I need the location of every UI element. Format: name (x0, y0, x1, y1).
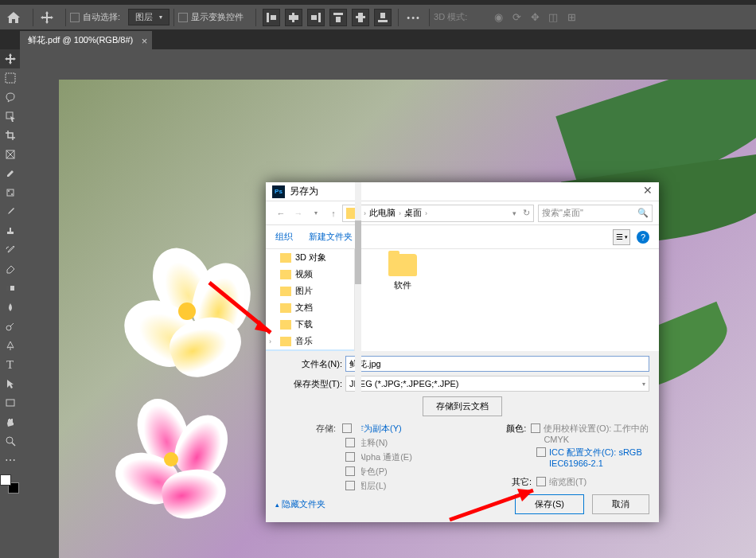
svg-rect-6 (333, 13, 343, 15)
filetype-select[interactable]: JPEG (*.JPG;*.JPEG;*.JPE)▾ (345, 376, 649, 392)
3d-slide-icon[interactable]: ◫ (546, 10, 560, 25)
sidebar-item-3d[interactable]: 3D 对象 (266, 249, 354, 266)
hide-folders-toggle[interactable]: 隐藏文件夹 (275, 498, 325, 510)
path-select-tool[interactable] (0, 374, 20, 393)
cloud-save-button[interactable]: 存储到云文档 (423, 396, 502, 416)
proof-checkbox[interactable] (531, 423, 540, 433)
dialog-toolbar: 组织 新建文件夹 ☰▾ ? (266, 225, 659, 249)
align-btn-4[interactable] (329, 9, 347, 26)
options-bar: 自动选择: 图层▾ 显示变换控件 ••• 3D 模式: ◉ ⟳ ✥ ◫ ⊞ (0, 5, 756, 30)
folder-icon (388, 254, 417, 276)
alpha-checkbox[interactable] (345, 452, 355, 462)
search-input[interactable]: 搜索"桌面" 🔍 (538, 205, 653, 222)
lasso-tool[interactable] (0, 88, 20, 107)
filename-label: 文件名(N): (275, 358, 342, 370)
gradient-tool[interactable] (0, 279, 20, 298)
3d-orbit-icon[interactable]: ◉ (491, 10, 505, 25)
mode-3d-label: 3D 模式: (434, 11, 467, 23)
spot-checkbox[interactable] (345, 466, 355, 476)
svg-point-16 (8, 190, 10, 192)
sidebar-item-video[interactable]: 视频 (266, 266, 354, 283)
svg-point-22 (6, 437, 13, 443)
help-button[interactable]: ? (637, 231, 649, 244)
document-tab[interactable]: 鲜花.pdf @ 100%(RGB/8#) × (20, 31, 153, 49)
align-btn-5[interactable] (352, 9, 369, 26)
nav-up-icon[interactable]: ↑ (325, 205, 342, 222)
shape-tool[interactable] (0, 393, 20, 412)
document-tabs: 鲜花.pdf @ 100%(RGB/8#) × (0, 30, 756, 49)
layer-dropdown[interactable]: 图层▾ (128, 9, 170, 25)
marquee-tool[interactable] (0, 68, 20, 88)
cancel-button[interactable]: 取消 (592, 494, 649, 514)
svg-rect-15 (7, 189, 14, 196)
save-button[interactable]: 保存(S) (515, 494, 584, 514)
move-tool[interactable] (0, 49, 20, 68)
showtransform-label: 显示变换控件 (191, 11, 244, 23)
dialog-sidebar: 3D 对象 视频 图片 文档 下载 ›音乐 桌面 (266, 249, 355, 351)
pen-tool[interactable] (0, 336, 20, 355)
layers-checkbox[interactable] (345, 481, 355, 490)
foreground-color[interactable] (0, 474, 11, 486)
dialog-nav: ← → ▾ ↑ › 此电脑 › 桌面 › ▾ ↻ 搜索"桌面" 🔍 (266, 201, 659, 225)
align-btn-2[interactable] (285, 9, 302, 26)
svg-rect-21 (6, 400, 14, 406)
nav-back-icon[interactable]: ← (272, 205, 290, 222)
healing-tool[interactable] (0, 183, 20, 202)
organize-button[interactable]: 组织 (275, 231, 293, 243)
showtransform-checkbox[interactable] (178, 13, 188, 22)
close-icon[interactable]: ✕ (643, 184, 653, 197)
sidebar-item-pictures[interactable]: 图片 (266, 283, 354, 299)
nav-forward-icon[interactable]: → (290, 205, 307, 222)
close-tab-icon[interactable]: × (142, 34, 148, 46)
icc-label: ICC 配置文件(C): sRGB IEC61966-2.1 (549, 447, 649, 468)
color-swatches[interactable] (0, 474, 19, 494)
zoom-tool[interactable] (0, 431, 20, 451)
ascopy-checkbox[interactable] (342, 423, 352, 433)
home-button[interactable] (3, 8, 24, 27)
eyedropper-tool[interactable] (0, 164, 20, 183)
object-select-tool[interactable] (0, 107, 20, 126)
dodge-tool[interactable] (0, 317, 20, 336)
crop-tool[interactable] (0, 126, 20, 145)
svg-rect-11 (380, 13, 385, 18)
svg-point-17 (11, 193, 13, 195)
folder-item[interactable]: 软件 (379, 254, 427, 346)
svg-rect-9 (358, 13, 363, 22)
new-folder-button[interactable]: 新建文件夹 (309, 231, 353, 243)
filetype-label: 保存类型(T): (275, 378, 342, 390)
sidebar-item-music[interactable]: ›音乐 (266, 333, 354, 349)
notes-checkbox[interactable] (345, 438, 355, 447)
view-mode-button[interactable]: ☰▾ (613, 229, 630, 245)
alpha-label: Alpha 通道(E) (358, 451, 412, 463)
edit-toolbar[interactable]: ⋯ (0, 451, 20, 470)
proof-label: 使用校样设置(O): 工作中的 CMYK (544, 423, 649, 444)
hand-tool[interactable] (0, 412, 20, 431)
3d-pan-icon[interactable]: ✥ (528, 10, 542, 25)
align-btn-1[interactable] (263, 9, 280, 26)
sidebar-item-desktop[interactable]: 桌面 (266, 349, 354, 351)
icc-checkbox[interactable] (536, 447, 546, 457)
filename-input[interactable] (345, 356, 649, 372)
align-btn-3[interactable] (307, 9, 325, 26)
type-tool[interactable]: T (0, 355, 20, 374)
thumb-checkbox[interactable] (536, 477, 546, 486)
sidebar-scrollbar[interactable] (355, 182, 361, 522)
align-btn-6[interactable] (374, 9, 392, 26)
history-brush-tool[interactable] (0, 240, 20, 259)
3d-roll-icon[interactable]: ⟳ (509, 10, 524, 25)
nav-recent-icon[interactable]: ▾ (307, 205, 325, 222)
sidebar-item-documents[interactable]: 文档 (266, 299, 354, 316)
autoselect-checkbox[interactable] (70, 13, 80, 22)
stamp-tool[interactable] (0, 221, 20, 240)
svg-rect-19 (6, 286, 10, 291)
frame-tool[interactable] (0, 145, 20, 164)
breadcrumb[interactable]: › 此电脑 › 桌面 › ▾ ↻ (342, 205, 534, 222)
brush-tool[interactable] (0, 202, 20, 221)
sidebar-item-downloads[interactable]: 下载 (266, 316, 354, 333)
more-options-button[interactable]: ••• (403, 9, 425, 26)
3d-scale-icon[interactable]: ⊞ (564, 10, 579, 25)
eraser-tool[interactable] (0, 259, 20, 279)
svg-rect-7 (336, 17, 341, 22)
blur-tool[interactable] (0, 298, 20, 317)
dialog-content-area[interactable]: 软件 (355, 249, 659, 351)
